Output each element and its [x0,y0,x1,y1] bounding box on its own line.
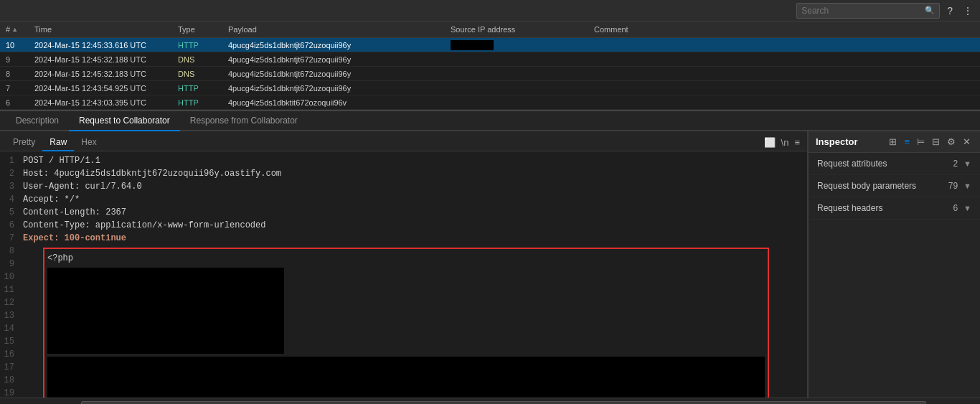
code-line: 7 Expect: 100-continue [0,232,807,245]
sub-tab-pretty[interactable]: Pretty [6,134,42,151]
cell-num: 10 [0,39,29,51]
settings-bottom-icon[interactable]: ⚙ [22,402,37,405]
sort-arrow-num: ▲ [11,26,18,33]
inspector-align-icon[interactable]: ⊨ [915,136,927,148]
php-redacted-block: <?php [43,248,769,398]
cell-payload: 4pucg4iz5ds1dbkntjt672uzoquii96y [222,68,445,80]
newline-icon[interactable]: \n [780,136,791,149]
redacted-section-1 [47,268,765,354]
code-editor[interactable]: 1 POST / HTTP/1.1 2 Host: 4pucg4iz5ds1db… [0,151,807,398]
redacted-block-2 [47,357,765,398]
cell-type: HTTP [172,83,222,94]
help-bottom-icon[interactable]: ? [6,402,17,405]
cell-source [445,58,588,61]
inspector-minus-icon[interactable]: ⊟ [930,136,942,148]
sub-tab-raw[interactable]: Raw [42,134,74,151]
col-header-time[interactable]: Time [29,24,172,35]
cell-payload: 4pucg4iz5ds1dbkntjt672uzoquii96y [222,39,445,51]
cell-comment [588,101,980,104]
cell-num: 7 [0,83,29,94]
cell-source [445,72,588,75]
top-search-box[interactable]: 🔍 [796,3,940,19]
inspector-list-icon[interactable]: ≡ [902,136,912,148]
detail-tabs-bar: Description Request to Collaborator Resp… [0,111,980,131]
table-row[interactable]: 7 2024-Mar-15 12:43:54.925 UTC HTTP 4puc… [0,81,980,95]
inspector-title: Inspector [816,136,884,147]
cell-type: HTTP [172,97,222,108]
request-body-params-count: 79 [948,181,958,191]
cell-comment [588,87,980,90]
bottom-bar: ? ⚙ ← → 🔍 0 highlights [0,398,980,404]
cell-type: DNS [172,54,222,65]
cell-source [445,87,588,90]
inspector-request-headers[interactable]: Request headers 6 ▼ [809,197,980,220]
inspector-request-attributes[interactable]: Request attributes 2 ▼ [809,153,980,175]
sub-tabs-bar: Pretty Raw Hex ⬜ \n ≡ [0,131,807,151]
help-button[interactable]: ? [944,4,956,18]
cell-time: 2024-Mar-15 12:45:32.188 UTC [29,54,172,65]
php-line-first: <?php [47,252,765,265]
top-search-input[interactable] [801,6,925,16]
cell-comment [588,58,980,61]
cell-payload: 4pucg4iz5ds1dbkntjt672uzoquii96y [222,83,445,94]
col-header-comment[interactable]: Comment [588,24,980,35]
request-attributes-chevron: ▼ [963,159,971,168]
nav-forward-button[interactable]: → [61,402,77,405]
inspector-close-icon[interactable]: ✕ [961,136,973,148]
table-row[interactable]: 6 2024-Mar-15 12:43:03.395 UTC HTTP 4puc… [0,95,980,110]
table-row[interactable]: 8 2024-Mar-15 12:45:32.183 UTC DNS 4pucg… [0,67,980,81]
inspector-panel: Inspector ⊞ ≡ ⊨ ⊟ ⚙ ✕ Request attributes… [808,131,980,398]
sub-tab-hex[interactable]: Hex [74,134,103,151]
request-body-params-chevron: ▼ [963,182,971,190]
left-panel: Pretty Raw Hex ⬜ \n ≡ 1 POST / HTTP/1.1 … [0,131,808,398]
cell-time: 2024-Mar-15 12:43:54.925 UTC [29,83,172,94]
redacted-block-1 [47,268,284,354]
cell-comment [588,72,980,75]
request-attributes-label: Request attributes [817,159,953,169]
more-options-button[interactable]: ⋮ [960,4,976,18]
php-block-wrapper: 8 9 10 11 12 13 14 15 16 17 18 19 20 21 … [0,245,807,398]
redacted-ip [451,40,494,50]
cell-source [445,38,588,51]
tab-request-to-collaborator[interactable]: Request to Collaborator [69,111,180,131]
request-headers-chevron: ▼ [963,204,971,212]
top-search-icon: 🔍 [925,6,935,15]
table-row[interactable]: 9 2024-Mar-15 12:45:32.188 UTC DNS 4pucg… [0,52,980,67]
request-headers-label: Request headers [817,203,953,213]
cell-time: 2024-Mar-15 12:45:32.183 UTC [29,68,172,80]
col-header-payload[interactable]: Payload [222,24,445,35]
col-header-source[interactable]: Source IP address [445,24,588,35]
more-icon[interactable]: ≡ [793,136,801,149]
col-header-type[interactable]: Type [172,24,222,35]
cell-type: DNS [172,68,222,80]
cell-source [445,101,588,104]
sub-tab-icons: ⬜ \n ≡ [763,136,801,149]
word-wrap-icon[interactable]: ⬜ [763,136,777,149]
code-line: 4 Accept: */* [0,193,807,206]
bottom-search-box[interactable]: 🔍 [81,401,926,405]
cell-payload: 4pucg4iz5ds1dbktit672ozoquii96v [222,97,445,108]
request-attributes-count: 2 [953,159,958,169]
tab-description[interactable]: Description [6,111,69,131]
top-toolbar: 🔍 ? ⋮ [0,0,980,22]
cell-type: HTTP [172,39,222,51]
cell-num: 9 [0,54,29,65]
cell-time: 2024-Mar-15 12:43:03.395 UTC [29,97,172,108]
redacted-section-2 [47,357,765,398]
code-line: 1 POST / HTTP/1.1 [0,154,807,167]
col-header-num[interactable]: # ▲ [0,24,29,35]
cell-payload: 4pucg4iz5ds1dbkntjt672uzoquii96y [222,54,445,65]
inspector-settings-icon[interactable]: ⚙ [945,136,958,148]
inspector-grid-icon[interactable]: ⊞ [887,136,899,148]
cell-comment [588,44,980,47]
nav-back-button[interactable]: ← [41,402,57,405]
table-headers: # ▲ Time Type Payload Source IP address … [0,22,980,38]
requests-table-area: # ▲ Time Type Payload Source IP address … [0,22,980,111]
inspector-request-body-params[interactable]: Request body parameters 79 ▼ [809,175,980,197]
content-area: Pretty Raw Hex ⬜ \n ≡ 1 POST / HTTP/1.1 … [0,131,980,398]
code-line: 3 User-Agent: curl/7.64.0 [0,180,807,193]
table-row[interactable]: 10 2024-Mar-15 12:45:33.616 UTC HTTP 4pu… [0,38,980,52]
inspector-header: Inspector ⊞ ≡ ⊨ ⊟ ⚙ ✕ [809,131,980,153]
tab-response-from-collaborator[interactable]: Response from Collaborator [180,111,308,131]
line-numbers-block: 8 9 10 11 12 13 14 15 16 17 18 19 20 21 … [0,245,20,398]
